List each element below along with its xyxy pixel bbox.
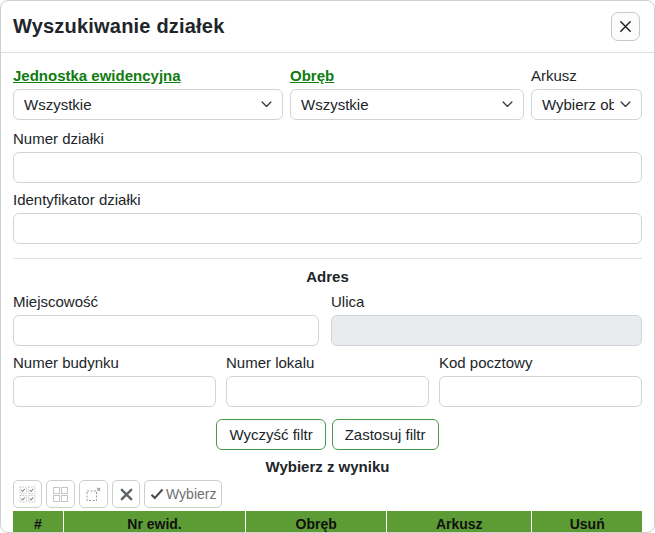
chevron-down-icon <box>255 101 272 108</box>
kod-pocztowy-input[interactable] <box>439 376 642 407</box>
column-header-nr-ewid[interactable]: Nr ewid. <box>63 511 245 533</box>
dialog-header: Wyszukiwanie działek <box>1 1 654 53</box>
section-divider <box>13 258 642 259</box>
numer-lokalu-input[interactable] <box>226 376 429 407</box>
parcel-search-dialog: Wyszukiwanie działek Jednostka ewidencyj… <box>0 0 655 533</box>
clear-selection-button[interactable] <box>112 480 140 508</box>
address-section-heading: Adres <box>13 268 642 285</box>
arkusz-selected-value: Wybierz obr <box>542 96 614 113</box>
chevron-down-icon <box>614 101 631 108</box>
column-header-usun[interactable]: Usuń <box>532 511 642 533</box>
numer-budynku-label: Numer budynku <box>13 354 216 371</box>
chevron-down-icon <box>496 101 513 108</box>
dialog-title: Wyszukiwanie działek <box>13 15 225 38</box>
miejscowosc-input[interactable] <box>13 315 319 346</box>
results-table: # Nr ewid. Obręb Arkusz Usuń <box>13 511 642 533</box>
miejscowosc-label: Miejscowość <box>13 293 319 310</box>
column-header-arkusz[interactable]: Arkusz <box>387 511 532 533</box>
ulica-label: Ulica <box>331 293 642 310</box>
identyfikator-dzialki-input[interactable] <box>13 213 642 244</box>
unit-selects-row: Jednostka ewidencyjna Wszystkie Obręb Ws… <box>13 67 642 120</box>
apply-filter-button[interactable]: Zastosuj filtr <box>332 419 439 450</box>
close-icon <box>618 19 633 34</box>
jednostka-ewidencyjna-link-label[interactable]: Jednostka ewidencyjna <box>13 67 283 84</box>
grid-panes-icon <box>52 486 69 503</box>
numer-budynku-input[interactable] <box>13 376 216 407</box>
select-all-button[interactable] <box>13 480 42 508</box>
filter-actions: Wyczyść filtr Zastosuj filtr <box>13 419 642 450</box>
column-header-index[interactable]: # <box>13 511 63 533</box>
jednostka-ewidencyjna-select[interactable]: Wszystkie <box>13 89 283 120</box>
dialog-body: Jednostka ewidencyjna Wszystkie Obręb Ws… <box>1 53 654 533</box>
deselect-region-button[interactable] <box>79 480 108 508</box>
numer-dzialki-input[interactable] <box>13 152 642 183</box>
kod-pocztowy-label: Kod pocztowy <box>439 354 642 371</box>
ulica-input <box>331 315 642 346</box>
arkusz-label: Arkusz <box>531 67 642 84</box>
results-toolbar: Wybierz <box>13 480 642 511</box>
choose-button-label: Wybierz <box>166 486 216 502</box>
clear-filter-button[interactable]: Wyczyść filtr <box>216 419 325 450</box>
address-row-1: Miejscowość Ulica <box>13 293 642 346</box>
obreb-selected-value: Wszystkie <box>301 96 369 113</box>
clear-x-icon <box>119 487 134 502</box>
address-row-2: Numer budynku Numer lokalu Kod pocztowy <box>13 354 642 407</box>
results-table-header-row: # Nr ewid. Obręb Arkusz Usuń <box>13 511 642 533</box>
jednostka-selected-value: Wszystkie <box>24 96 92 113</box>
select-all-checks-grid-icon <box>19 486 36 503</box>
obreb-select[interactable]: Wszystkie <box>290 89 524 120</box>
grid-panes-button[interactable] <box>46 480 75 508</box>
choose-button[interactable]: Wybierz <box>144 480 222 508</box>
deselect-region-icon <box>85 486 102 503</box>
close-button[interactable] <box>611 12 640 41</box>
numer-dzialki-label: Numer działki <box>13 130 642 147</box>
column-header-obreb[interactable]: Obręb <box>246 511 387 533</box>
numer-lokalu-label: Numer lokalu <box>226 354 429 371</box>
arkusz-select[interactable]: Wybierz obr <box>531 89 642 120</box>
results-section-heading: Wybierz z wyniku <box>13 458 642 475</box>
obreb-link-label[interactable]: Obręb <box>290 67 524 84</box>
checkmark-icon <box>150 487 164 501</box>
identyfikator-dzialki-label: Identyfikator działki <box>13 191 642 208</box>
